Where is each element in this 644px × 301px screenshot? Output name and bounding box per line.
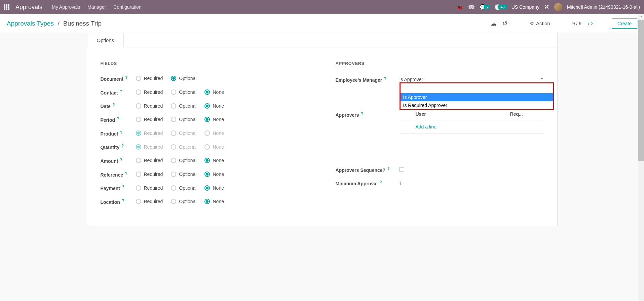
cloud-save-icon[interactable]: ☁ xyxy=(490,20,496,27)
create-button[interactable]: Create xyxy=(612,18,637,29)
scroll-up-arrow[interactable]: ▴ xyxy=(638,14,644,20)
radio-none[interactable]: None xyxy=(204,89,224,95)
help-icon[interactable]: ? xyxy=(380,180,382,184)
min-approval-value[interactable]: 1 xyxy=(400,181,402,186)
nav-manager[interactable]: Manager xyxy=(87,4,106,10)
radio-icon xyxy=(171,130,176,136)
radio-icon xyxy=(204,172,210,177)
breadcrumb-current: Business Trip xyxy=(63,20,102,27)
help-icon[interactable]: ? xyxy=(122,198,124,202)
radio-icon xyxy=(136,185,141,191)
radio-required[interactable]: Required xyxy=(136,89,163,95)
help-icon[interactable]: ? xyxy=(120,130,122,134)
radio-none[interactable]: None xyxy=(204,172,224,177)
gear-icon: ⚙ xyxy=(530,21,534,27)
radio-optional[interactable]: Optional xyxy=(171,76,196,81)
tools-icon[interactable]: 🛠 xyxy=(544,4,550,10)
radio-none[interactable]: None xyxy=(204,117,224,122)
field-label: Contact xyxy=(101,90,118,95)
help-icon[interactable]: ? xyxy=(387,166,390,171)
radio-icon xyxy=(204,103,210,109)
radio-icon xyxy=(204,117,210,122)
company-selector[interactable]: US Company xyxy=(512,4,539,10)
support-icon[interactable]: ☎ xyxy=(468,4,475,10)
radio-optional[interactable]: Optional xyxy=(171,103,196,109)
vertical-scrollbar[interactable]: ▴ xyxy=(638,14,644,301)
radio-icon xyxy=(204,89,210,95)
dropdown-option-is-required-approver[interactable]: Is Required Approver xyxy=(401,101,553,109)
caret-down-icon: ▼ xyxy=(540,77,544,82)
bug-icon[interactable]: 🐞 xyxy=(457,4,463,10)
radio-icon xyxy=(171,172,176,177)
help-icon[interactable]: ? xyxy=(361,111,363,115)
pager-next-icon[interactable]: › xyxy=(591,20,593,27)
help-icon[interactable]: ? xyxy=(122,185,124,189)
field-row-quantity: Quantity ? Required Optional None xyxy=(101,144,309,150)
help-icon[interactable]: ? xyxy=(117,116,119,120)
field-label: Document xyxy=(101,76,123,82)
radio-none[interactable]: None xyxy=(204,103,224,109)
nav-my-approvals[interactable]: My Approvals xyxy=(52,4,80,10)
approvers-section-title: APPROVERS xyxy=(336,61,544,66)
radio-required[interactable]: Required xyxy=(136,144,163,150)
table-header-user[interactable]: User xyxy=(400,111,510,117)
undo-icon[interactable]: ↺ xyxy=(502,20,507,27)
radio-none[interactable]: None xyxy=(204,158,224,163)
help-icon[interactable]: ? xyxy=(113,103,115,107)
sequence-checkbox[interactable] xyxy=(400,167,404,172)
nav-configuration[interactable]: Configuration xyxy=(113,4,141,10)
radio-none[interactable]: None xyxy=(204,130,224,136)
help-icon[interactable]: ? xyxy=(125,75,128,79)
radio-none[interactable]: None xyxy=(204,199,224,204)
radio-required[interactable]: Required xyxy=(136,172,163,177)
radio-required[interactable]: Required xyxy=(136,199,163,204)
radio-required[interactable]: Required xyxy=(136,185,163,191)
add-line-link[interactable]: Add a line xyxy=(416,124,437,129)
radio-optional[interactable]: Optional xyxy=(171,199,196,204)
radio-required[interactable]: Required xyxy=(136,130,163,136)
breadcrumb: Approvals Types / Business Trip xyxy=(7,20,102,27)
radio-required[interactable]: Required xyxy=(136,158,163,163)
fields-section-title: FIELDS xyxy=(101,61,309,66)
radio-required[interactable]: Required xyxy=(136,117,163,122)
radio-none[interactable]: None xyxy=(204,185,224,191)
radio-optional[interactable]: Optional xyxy=(171,130,196,136)
radio-icon xyxy=(136,199,141,204)
radio-none[interactable]: None xyxy=(204,144,224,150)
tab-options[interactable]: Options xyxy=(87,33,124,47)
breadcrumb-root[interactable]: Approvals Types xyxy=(7,20,54,27)
table-header-req[interactable]: Req... xyxy=(510,111,544,117)
radio-optional[interactable]: Optional xyxy=(171,158,196,163)
field-label: Date xyxy=(101,104,111,109)
radio-required[interactable]: Required xyxy=(136,103,163,109)
apps-grid-icon[interactable] xyxy=(4,4,9,10)
top-navbar: Approvals My Approvals Manager Configura… xyxy=(0,0,644,14)
messages-badge: 6 xyxy=(484,5,490,9)
help-icon[interactable]: ? xyxy=(125,171,127,175)
help-icon[interactable]: ? xyxy=(384,76,386,80)
pager-text[interactable]: 9 / 9 xyxy=(572,21,581,26)
radio-icon xyxy=(136,172,141,177)
radio-optional[interactable]: Optional xyxy=(171,89,196,95)
dropdown-search-input[interactable] xyxy=(401,83,553,93)
dropdown-option-is-approver[interactable]: Is Approver xyxy=(401,93,553,101)
pager-prev-icon[interactable]: ‹ xyxy=(588,20,590,27)
radio-optional[interactable]: Optional xyxy=(171,185,196,191)
radio-optional[interactable]: Optional xyxy=(171,117,196,122)
radio-required[interactable]: Required xyxy=(136,76,163,81)
scroll-thumb[interactable] xyxy=(638,20,644,161)
help-icon[interactable]: ? xyxy=(120,157,122,161)
help-icon[interactable]: ? xyxy=(120,89,122,93)
manager-label: Employee's Manager xyxy=(336,77,382,83)
user-name[interactable]: Mitchell Admin (21490321-16-0-all) xyxy=(567,4,640,10)
field-label: Product xyxy=(101,131,118,136)
radio-optional[interactable]: Optional xyxy=(171,144,196,150)
action-dropdown[interactable]: ⚙ Action xyxy=(530,21,550,27)
field-row-document: Document ? Required Optional xyxy=(101,75,309,82)
field-row-amount: Amount ? Required Optional None xyxy=(101,157,309,164)
help-icon[interactable]: ? xyxy=(121,144,124,148)
app-title[interactable]: Approvals xyxy=(15,4,42,11)
radio-optional[interactable]: Optional xyxy=(171,172,196,177)
field-row-payment: Payment ? Required Optional None xyxy=(101,185,309,191)
user-avatar[interactable] xyxy=(554,3,562,11)
